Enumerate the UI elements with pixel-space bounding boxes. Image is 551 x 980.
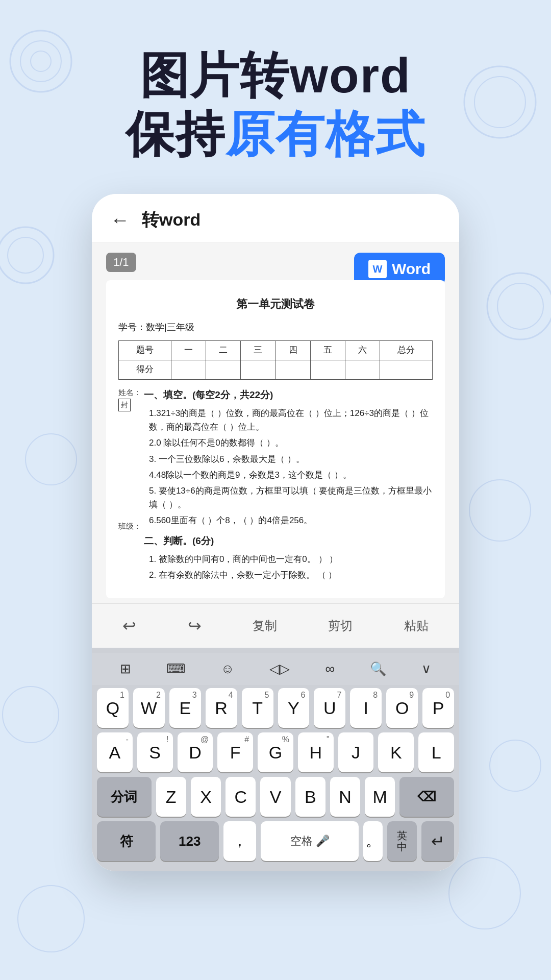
keyboard-row-3: 分词 Z X C V B N M ⌫: [92, 777, 459, 817]
class-label: 班级：: [118, 520, 141, 533]
paste-button[interactable]: 粘贴: [396, 615, 437, 637]
mic-icon: 🎤: [316, 835, 330, 848]
key-backspace[interactable]: ⌫: [399, 777, 454, 817]
kb-tool-grid[interactable]: ⊞: [115, 659, 136, 679]
kb-tool-search[interactable]: 🔍: [365, 659, 391, 679]
key-D[interactable]: @D: [178, 732, 213, 772]
subject-value: 数学|三年级: [146, 322, 194, 332]
cut-button[interactable]: 剪切: [320, 615, 361, 637]
section2: 二、判断。(6分): [144, 533, 433, 549]
key-123[interactable]: 123: [160, 821, 219, 861]
undo-button[interactable]: ↩: [114, 613, 144, 639]
redo-button[interactable]: ↪: [180, 613, 210, 639]
svg-point-6: [8, 237, 43, 273]
hero-line2-prefix: 保持: [126, 107, 226, 161]
key-A[interactable]: -A: [97, 732, 133, 772]
key-comma[interactable]: ，: [223, 821, 256, 861]
key-F[interactable]: #F: [217, 732, 253, 772]
kb-tool-cursor[interactable]: ◁▷: [264, 659, 295, 679]
lang-bottom: 中: [397, 841, 407, 852]
key-Q[interactable]: 1Q: [97, 688, 129, 728]
keyboard-bottom-row: 符 123 ， 空格 🎤 。 英 中 ↵: [92, 821, 459, 861]
key-K[interactable]: K: [378, 732, 414, 772]
key-C[interactable]: C: [226, 777, 256, 817]
key-S[interactable]: !S: [137, 732, 173, 772]
document-area: 1/1 W Word 第一单元测试卷 学号：数学|三年级 题号 一 二 三 四: [92, 242, 459, 603]
kb-tool-keyboard[interactable]: ⌨: [161, 659, 191, 679]
key-R[interactable]: 4R: [206, 688, 237, 728]
keyboard-toolbar: ⊞ ⌨ ☺ ◁▷ ∞ 🔍 ∨: [92, 653, 459, 685]
key-Y[interactable]: 6Y: [278, 688, 310, 728]
keyboard-row-2: -A !S @D #F %G "H J K L: [92, 732, 459, 772]
doc-info-row: 学号：数学|三年级: [118, 320, 433, 335]
key-X[interactable]: X: [191, 777, 221, 817]
kb-tool-collapse[interactable]: ∨: [416, 659, 436, 679]
key-H[interactable]: "H: [298, 732, 334, 772]
key-T[interactable]: 5T: [242, 688, 273, 728]
key-I[interactable]: 8I: [350, 688, 382, 728]
keyboard-row-1: 1Q 2W 3E 4R 5T 6Y 7U 8I 9O 0P: [92, 688, 459, 728]
doc-subject: 学号：数学|三年级: [118, 320, 194, 335]
app-header: ← 转word: [92, 194, 459, 242]
space-label: 空格: [290, 834, 313, 849]
key-E[interactable]: 3E: [169, 688, 201, 728]
svg-point-10: [469, 480, 531, 541]
app-title: 转word: [142, 208, 201, 232]
back-button[interactable]: ←: [110, 209, 130, 231]
svg-point-12: [490, 740, 541, 791]
subject-label: 学号：: [118, 322, 146, 332]
key-N[interactable]: N: [330, 777, 360, 817]
hero-line1: 图片转word: [0, 46, 551, 105]
key-L[interactable]: L: [418, 732, 454, 772]
hero-line2: 保持原有格式: [0, 105, 551, 163]
key-M[interactable]: M: [365, 777, 395, 817]
q4: 4.48除以一个数的商是9，余数是3，这个数是（ ）。: [144, 468, 433, 482]
key-W[interactable]: 2W: [133, 688, 165, 728]
phone-mockup: ← 转word 1/1 W Word 第一单元测试卷 学号：数学|三年级 题号 …: [92, 194, 459, 871]
kb-tool-link[interactable]: ∞: [320, 659, 340, 679]
q5: 5. 要使13÷6的商是两位数，方框里可以填（ 要使商是三位数，方框里最小填（ …: [144, 484, 433, 511]
key-V[interactable]: V: [260, 777, 290, 817]
score-table: 题号 一 二 三 四 五 六 总分 得分: [118, 340, 433, 380]
lang-top: 英: [397, 830, 407, 841]
key-lang[interactable]: 英 中: [387, 821, 417, 861]
kb-tool-emoji[interactable]: ☺: [216, 659, 240, 679]
key-period[interactable]: 。: [363, 821, 383, 861]
svg-point-5: [0, 227, 54, 283]
svg-point-9: [26, 434, 77, 485]
keyboard: ⊞ ⌨ ☺ ◁▷ ∞ 🔍 ∨ 1Q 2W 3E 4R 5T 6Y 7U 8I 9…: [92, 648, 459, 871]
q1: 1.321÷3的商是（ ）位数，商的最高位在（ ）位上；126÷3的商是（ ）位…: [144, 406, 433, 434]
section1: 一、填空。(每空2分，共22分): [144, 387, 433, 403]
document-content: 第一单元测试卷 学号：数学|三年级 题号 一 二 三 四 五 六 总分: [106, 280, 445, 598]
name-label: 姓名：: [118, 387, 141, 398]
svg-point-13: [18, 886, 84, 952]
copy-button[interactable]: 复制: [244, 615, 285, 637]
key-J[interactable]: J: [338, 732, 374, 772]
hero-section: 图片转word 保持原有格式: [0, 0, 551, 163]
key-B[interactable]: B: [295, 777, 325, 817]
q6: 6.560里面有（ ）个8，（ ）的4倍是256。: [144, 513, 433, 527]
q7: 1. 被除数的中间有0，商的中间也一定有0。 ） ）: [144, 552, 433, 566]
key-enter[interactable]: ↵: [421, 821, 454, 861]
svg-point-11: [3, 687, 59, 743]
hero-line2-blue: 原有格式: [226, 107, 425, 161]
key-P[interactable]: 0P: [422, 688, 454, 728]
edit-toolbar: ↩ ↪ 复制 剪切 粘贴: [92, 603, 459, 648]
key-O[interactable]: 9O: [386, 688, 418, 728]
key-Z[interactable]: Z: [156, 777, 186, 817]
table-header-row: 题号 一 二 三 四 五 六 总分: [119, 340, 433, 360]
key-G[interactable]: %G: [258, 732, 293, 772]
word-button-label: Word: [392, 260, 431, 278]
word-icon: W: [368, 260, 387, 278]
q2: 2.0 除以任何不是0的数都得（ ）。: [144, 436, 433, 450]
key-space[interactable]: 空格 🎤: [261, 821, 359, 861]
table-score-row: 得分: [119, 360, 433, 379]
key-fenci[interactable]: 分词: [97, 777, 152, 817]
seal-label: 封: [118, 399, 131, 412]
page-badge: 1/1: [106, 253, 136, 272]
key-sym[interactable]: 符: [97, 821, 156, 861]
svg-point-14: [449, 857, 520, 929]
svg-point-7: [487, 273, 551, 339]
key-U[interactable]: 7U: [314, 688, 345, 728]
q3: 3. 一个三位数除以6，余数最大是（ ）。: [144, 452, 433, 466]
